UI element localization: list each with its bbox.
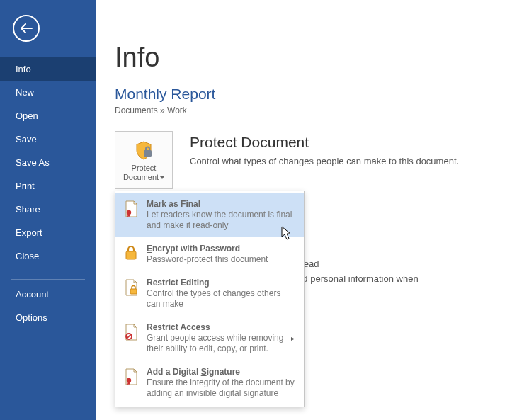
menu-item-desc: Password-protect this document bbox=[147, 254, 297, 265]
menu-item-desc: Let readers know the document is final a… bbox=[147, 210, 297, 231]
document-name: Monthly Report bbox=[115, 86, 494, 103]
protect-document-button-label: Protect Document bbox=[117, 164, 171, 182]
menu-item-title: Encrypt with Password bbox=[147, 244, 297, 254]
menu-item-encrypt-with-password[interactable]: Encrypt with Password Password-protect t… bbox=[115, 237, 304, 271]
file-ribbon-icon bbox=[123, 200, 140, 217]
back-arrow-icon bbox=[20, 23, 33, 33]
breadcrumb: Documents » Work bbox=[115, 106, 494, 115]
backstage-sidebar: Info New Open Save Save As Print Share E… bbox=[0, 0, 96, 420]
section-desc: Control what types of changes people can… bbox=[190, 155, 494, 168]
back-button[interactable] bbox=[13, 15, 40, 42]
sidebar-items: Info New Open Save Save As Print Share E… bbox=[0, 57, 96, 329]
sidebar-item-account[interactable]: Account bbox=[0, 283, 96, 306]
sidebar-item-export[interactable]: Export bbox=[0, 221, 96, 244]
sidebar-item-options[interactable]: Options bbox=[0, 306, 96, 329]
svg-rect-2 bbox=[126, 251, 136, 259]
page-title: Info bbox=[115, 42, 494, 73]
lock-icon bbox=[123, 245, 140, 261]
menu-item-title: Add a Digital Signature bbox=[147, 367, 297, 377]
section-title: Protect Document bbox=[190, 134, 494, 151]
file-no-icon bbox=[123, 324, 140, 341]
menu-item-title: Restrict Editing bbox=[147, 278, 297, 288]
svg-rect-3 bbox=[130, 289, 137, 294]
sidebar-item-open[interactable]: Open bbox=[0, 104, 96, 127]
sidebar-item-save-as[interactable]: Save As bbox=[0, 151, 96, 174]
svg-rect-0 bbox=[144, 150, 152, 157]
sidebar-item-save[interactable]: Save bbox=[0, 127, 96, 151]
submenu-arrow-icon: ▸ bbox=[291, 334, 297, 342]
protect-document-menu: Mark as Final Let readers know the docum… bbox=[115, 191, 305, 407]
shield-lock-icon bbox=[134, 140, 154, 161]
sidebar-item-print[interactable]: Print bbox=[0, 174, 96, 198]
menu-item-desc: Ensure the integrity of the document by … bbox=[147, 378, 297, 399]
file-lock-icon bbox=[123, 279, 140, 296]
menu-item-restrict-access[interactable]: Restrict Access Grant people access whil… bbox=[115, 316, 304, 361]
menu-item-title: Restrict Access bbox=[147, 322, 291, 332]
menu-item-mark-as-final[interactable]: Mark as Final Let readers know the docum… bbox=[115, 193, 304, 237]
menu-item-desc: Grant people access while removing their… bbox=[147, 333, 291, 354]
sidebar-item-share[interactable]: Share bbox=[0, 198, 96, 221]
sidebar-item-close[interactable]: Close bbox=[0, 244, 96, 268]
menu-item-title: Mark as Final bbox=[147, 199, 297, 209]
protect-document-button[interactable]: Protect Document bbox=[115, 131, 173, 189]
protect-document-section: Protect Document Mark as Final Let reade… bbox=[115, 131, 494, 189]
menu-item-add-digital-signature[interactable]: Add a Digital Signature Ensure the integ… bbox=[115, 361, 304, 405]
sidebar-item-info[interactable]: Info bbox=[0, 57, 96, 81]
file-signature-icon bbox=[123, 368, 140, 385]
menu-item-restrict-editing[interactable]: Restrict Editing Control the types of ch… bbox=[115, 271, 304, 316]
menu-item-desc: Control the types of changes others can … bbox=[147, 288, 297, 310]
sidebar-item-new[interactable]: New bbox=[0, 81, 96, 104]
